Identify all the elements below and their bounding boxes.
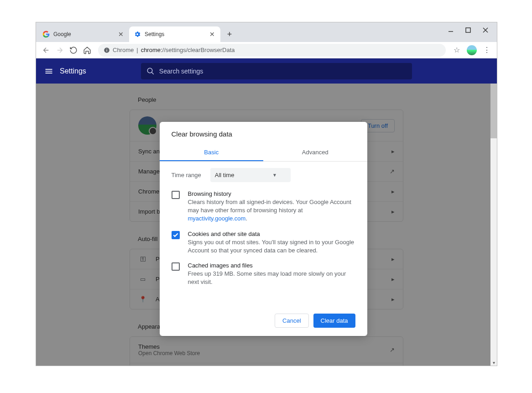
option-browsing-history[interactable]: Browsing history Clears history from all… [172, 190, 355, 223]
address-bar[interactable]: Chrome | chrome://settings/clearBrowserD… [98, 44, 446, 57]
scroll-down-icon[interactable]: ▾ [490, 359, 497, 366]
search-settings[interactable] [141, 63, 412, 79]
page-content: Settings People David Gwyer Turn off Syn… [36, 58, 497, 366]
profile-avatar-button[interactable] [467, 45, 477, 55]
gear-icon [134, 31, 141, 38]
minimize-button[interactable] [447, 26, 455, 34]
checkbox[interactable] [172, 191, 180, 199]
close-window-button[interactable] [481, 26, 490, 34]
url-scheme: Chrome [113, 47, 134, 53]
option-title: Cached images and files [188, 262, 355, 269]
clear-browsing-data-dialog: Clear browsing data Basic Advanced Time … [160, 122, 367, 336]
svg-rect-5 [106, 49, 107, 51]
myactivity-link[interactable]: myactivity.google.com [188, 215, 246, 222]
dialog-tabs: Basic Advanced [160, 144, 367, 162]
time-range-row: Time range All time ▼ [172, 168, 355, 182]
option-title: Cookies and other site data [188, 231, 355, 237]
svg-rect-6 [106, 48, 107, 49]
maximize-button[interactable] [464, 26, 472, 34]
caret-down-icon: ▼ [272, 173, 277, 178]
dialog-title: Clear browsing data [172, 130, 355, 138]
menu-button[interactable]: ⋮ [481, 45, 492, 56]
home-button[interactable] [82, 45, 93, 56]
option-desc: Frees up 319 MB. Some sites may load mor… [188, 270, 355, 286]
google-favicon-icon [42, 31, 50, 38]
cancel-button[interactable]: Cancel [275, 314, 308, 328]
option-cookies[interactable]: Cookies and other site data Signs you ou… [172, 231, 355, 255]
checkbox[interactable] [172, 262, 180, 271]
forward-button[interactable] [54, 45, 65, 56]
svg-point-7 [147, 68, 152, 73]
modal-overlay: Clear browsing data Basic Advanced Time … [36, 84, 490, 366]
option-cache[interactable]: Cached images and files Frees up 319 MB.… [172, 262, 355, 286]
search-icon [146, 67, 155, 75]
url-path: //settings/clearBrowserData [162, 47, 235, 53]
close-icon[interactable]: ✕ [209, 31, 216, 38]
menu-icon[interactable] [44, 67, 53, 76]
option-desc: Clears history from all signed-in device… [188, 198, 355, 223]
search-input[interactable] [159, 68, 407, 75]
page-title: Settings [60, 67, 86, 75]
settings-header: Settings [36, 58, 497, 84]
toolbar: Chrome | chrome://settings/clearBrowserD… [36, 42, 497, 58]
tab-settings[interactable]: Settings ✕ [129, 26, 220, 42]
close-icon[interactable]: ✕ [117, 31, 125, 38]
option-title: Browsing history [188, 190, 355, 197]
clear-data-button[interactable]: Clear data [313, 314, 355, 328]
tab-title: Settings [145, 31, 164, 37]
tab-advanced[interactable]: Advanced [263, 144, 367, 161]
url-host: chrome: [141, 47, 162, 53]
svg-line-8 [151, 72, 154, 74]
tab-basic[interactable]: Basic [160, 144, 264, 161]
tab-title: Google [53, 31, 71, 37]
dialog-actions: Cancel Clear data [172, 314, 355, 328]
new-tab-button[interactable]: + [223, 28, 236, 41]
checkbox[interactable] [172, 231, 180, 239]
scroll-thumb[interactable] [490, 84, 497, 138]
time-range-select[interactable]: All time ▼ [210, 168, 291, 182]
scrollbar[interactable]: ▾ [490, 84, 497, 366]
bookmark-button[interactable]: ☆ [451, 45, 462, 56]
site-info-icon[interactable] [104, 47, 110, 53]
option-desc: Signs you out of most sites. You'll stay… [188, 238, 355, 255]
reload-button[interactable] [68, 45, 79, 56]
tab-google[interactable]: Google ✕ [38, 26, 129, 42]
time-range-label: Time range [172, 172, 201, 178]
window-controls [439, 22, 497, 38]
svg-rect-1 [466, 28, 470, 32]
back-button[interactable] [41, 45, 52, 56]
tab-strip: Google ✕ Settings ✕ + [36, 22, 497, 42]
browser-window: Google ✕ Settings ✕ + Chrome | chrome://… [36, 22, 497, 366]
